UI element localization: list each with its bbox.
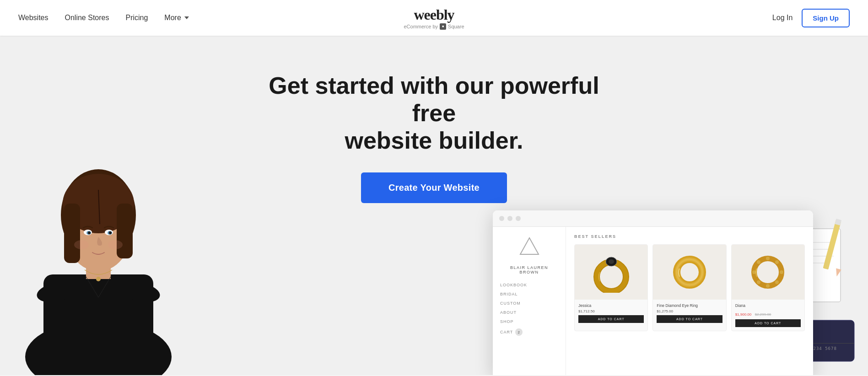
ring-diamond-icon [671,254,708,290]
store-logo [500,236,558,260]
sidebar-nav-shop: SHOP [500,319,558,324]
svg-point-36 [752,270,756,274]
hero-headline: Get started with our powerful free websi… [247,72,622,154]
person-svg [0,119,197,375]
cart-item: CART 2 [500,328,558,336]
product-info-jessica: Jessica $1,712.50 ADD TO CART [575,300,647,327]
person-illustration [0,110,206,375]
nav-pricing[interactable]: Pricing [125,14,148,22]
svg-point-37 [757,260,760,264]
nav-more-label: More [164,14,181,22]
navbar: Websites Online Stores Pricing More weeb… [0,0,868,36]
store-logo-icon [519,236,539,256]
svg-point-30 [766,257,770,260]
product-image-diamond [653,245,726,300]
product-name-diamond: Fine Diamond Eye Ring [657,303,722,308]
svg-point-33 [775,280,779,284]
product-price-diamond: $1,275.00 [657,309,722,313]
product-info-diana: Diana $1,900.00 $2,299.00 ADD TO CART [732,300,804,331]
add-to-cart-diana[interactable]: ADD TO CART [735,319,801,327]
product-card-diana: Diana $1,900.00 $2,299.00 ADD TO CART [731,244,805,331]
svg-point-34 [766,284,770,288]
cart-badge: 2 [515,328,523,336]
nav-right: Log In Sign Up [772,9,850,27]
svg-point-16 [74,240,89,249]
svg-point-31 [775,260,779,264]
create-website-button[interactable]: Create Your Website [361,172,507,203]
product-name-jessica: Jessica [578,303,644,308]
browser-topbar [493,210,813,227]
sidebar-nav-custom: CUSTOM [500,301,558,306]
product-card-diamond: Fine Diamond Eye Ring $1,275.00 ADD TO C… [652,244,726,331]
sidebar-nav-about: ABOUT [500,310,558,315]
svg-point-28 [677,259,702,285]
ring-diana-icon [749,253,787,291]
nav-websites[interactable]: Websites [18,14,49,22]
sidebar-nav-lookbook: LOOKBOOK [500,283,558,287]
svg-point-15 [109,231,112,234]
square-logo-icon: ■ [440,23,446,30]
chevron-down-icon [184,16,189,19]
logo-subtitle: eCommerce by ■ Square [404,23,464,30]
add-to-cart-jessica[interactable]: ADD TO CART [578,315,644,323]
hero-section: Get started with our powerful free websi… [0,36,868,375]
products-grid: Jessica $1,712.50 ADD TO CART [574,244,805,331]
svg-rect-7 [64,204,80,263]
bestsellers-title: BEST SELLERS [574,234,805,239]
add-to-cart-diamond[interactable]: ADD TO CART [657,315,722,323]
svg-point-17 [108,240,123,249]
store-name: BLAIR LAUREN BROWN [500,265,558,274]
browser-dot-1 [499,216,504,221]
signup-button[interactable]: Sign Up [802,9,850,27]
svg-point-18 [96,277,101,281]
cart-label: CART [500,330,513,334]
logo[interactable]: weebly eCommerce by ■ Square [404,6,464,30]
product-info-diamond: Fine Diamond Eye Ring $1,275.00 ADD TO C… [653,300,726,327]
svg-point-32 [780,270,783,274]
browser-mockup: BLAIR LAUREN BROWN LOOKBOOK BRIDAL CUSTO… [493,210,813,375]
browser-main: BEST SELLERS [566,227,813,375]
product-name-diana: Diana [735,303,801,308]
product-price-jessica: $1,712.50 [578,309,644,313]
nav-online-stores[interactable]: Online Stores [65,14,109,22]
browser-sidebar: BLAIR LAUREN BROWN LOOKBOOK BRIDAL CUSTO… [493,227,566,375]
svg-point-35 [757,280,760,284]
logo-wordmark: weebly [404,6,464,23]
svg-point-14 [88,231,91,234]
product-price-original-diana: $2,299.00 [755,312,771,317]
product-image-diana [732,245,804,300]
svg-point-25 [609,259,614,264]
svg-rect-8 [117,204,133,258]
sidebar-nav-bridal: BRIDAL [500,292,558,296]
browser-dot-2 [507,216,512,221]
svg-point-23 [597,262,626,291]
browser-dot-3 [516,216,521,221]
product-image-jessica [575,245,647,300]
product-price-sale-diana: $1,900.00 [735,312,752,317]
login-link[interactable]: Log In [772,14,793,22]
product-card-jessica: Jessica $1,712.50 ADD TO CART [574,244,648,331]
ring-jessica-icon [593,252,630,293]
nav-left: Websites Online Stores Pricing More [18,14,189,22]
product-price-diana: $1,900.00 $2,299.00 [735,309,801,317]
browser-content: BLAIR LAUREN BROWN LOOKBOOK BRIDAL CUSTO… [493,227,813,375]
nav-more-dropdown[interactable]: More [164,14,189,22]
svg-marker-21 [520,238,539,254]
